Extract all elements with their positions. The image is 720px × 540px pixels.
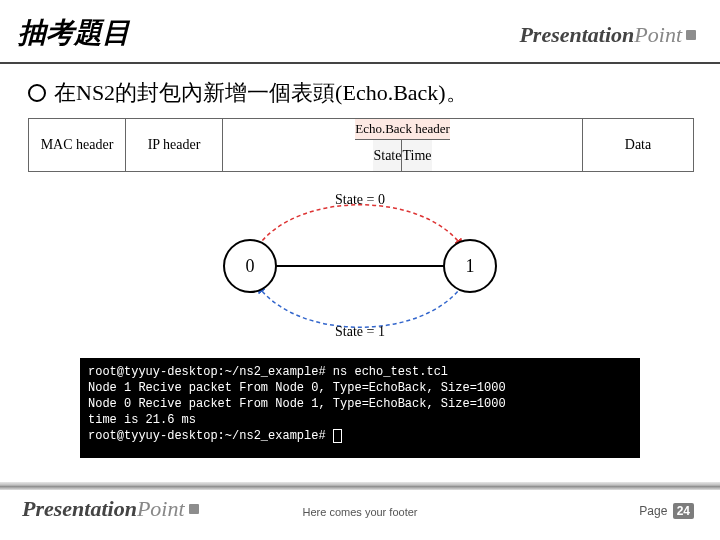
ip-header-cell: IP header xyxy=(126,119,223,171)
bullet-text: 在NS2的封包內新增一個表頭(Echo.Back)。 xyxy=(54,78,468,108)
footer-gradient-bar xyxy=(0,482,720,490)
node-0-label: 0 xyxy=(246,256,255,276)
node-1-label: 1 xyxy=(466,256,475,276)
packet-header-table: MAC header IP header Echo.Back header St… xyxy=(28,118,694,172)
state-diagram: 0 1 State = 0 State = 1 xyxy=(188,186,532,346)
state0-label: State = 0 xyxy=(335,192,385,207)
term-line-2: Node 0 Recive packet From Node 1, Type=E… xyxy=(88,397,506,411)
term-line-0: root@tyyuy-desktop:~/ns2_example# ns ech… xyxy=(88,365,448,379)
bullet-item: 在NS2的封包內新增一個表頭(Echo.Back)。 xyxy=(28,78,468,108)
echoback-state-cell: State xyxy=(373,140,402,171)
bullet-circle-icon xyxy=(28,84,46,102)
slide-title: 抽考題目 xyxy=(18,14,130,52)
terminal-output: root@tyyuy-desktop:~/ns2_example# ns ech… xyxy=(80,358,640,458)
brand-dot-icon xyxy=(686,30,696,40)
term-line-3: time is 21.6 ms xyxy=(88,413,196,427)
brand-logo-top: PresentationPoint xyxy=(519,22,696,48)
footer-text: Here comes your footer xyxy=(0,506,720,518)
page-label: Page xyxy=(639,504,670,518)
page-indicator: Page 24 xyxy=(639,504,694,518)
page-number: 24 xyxy=(673,503,694,519)
echoback-title: Echo.Back header xyxy=(355,119,450,140)
echoback-header-group: Echo.Back header State Time xyxy=(223,119,583,171)
term-line-4: root@tyyuy-desktop:~/ns2_example# xyxy=(88,429,333,443)
echoback-time-cell: Time xyxy=(402,140,431,171)
state1-label: State = 1 xyxy=(335,324,385,339)
title-divider xyxy=(0,62,720,64)
data-cell: Data xyxy=(583,119,693,171)
term-line-1: Node 1 Recive packet From Node 0, Type=E… xyxy=(88,381,506,395)
terminal-cursor-icon xyxy=(333,429,342,443)
slide: 抽考題目 PresentationPoint 在NS2的封包內新增一個表頭(Ec… xyxy=(0,0,720,540)
brand-part2: Point xyxy=(634,22,682,48)
brand-part1: Presentation xyxy=(519,22,634,48)
mac-header-cell: MAC header xyxy=(29,119,126,171)
